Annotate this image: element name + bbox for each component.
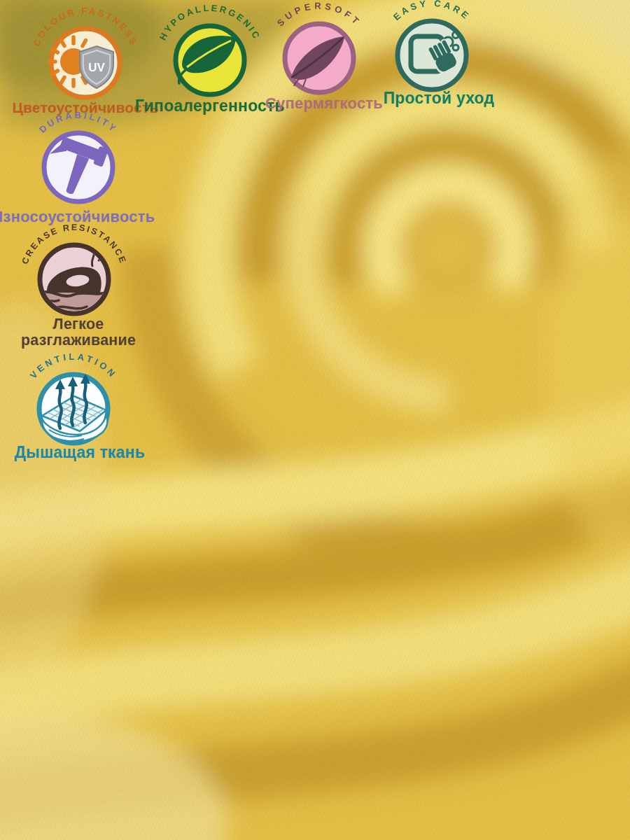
badge-durability: DURABILITY bbox=[19, 103, 138, 222]
badge-label-easy-care: Простой уход bbox=[334, 90, 544, 107]
label-line-1: Легкое bbox=[0, 316, 183, 332]
fabric-product-image: UV COLOUR FASTNESS Цветоустойчивость HYP… bbox=[0, 0, 630, 840]
badge-label-ventilation: Дышащая ткань bbox=[0, 444, 185, 461]
airflow-arrows-icon bbox=[55, 374, 90, 428]
uv-text: UV bbox=[88, 61, 105, 74]
